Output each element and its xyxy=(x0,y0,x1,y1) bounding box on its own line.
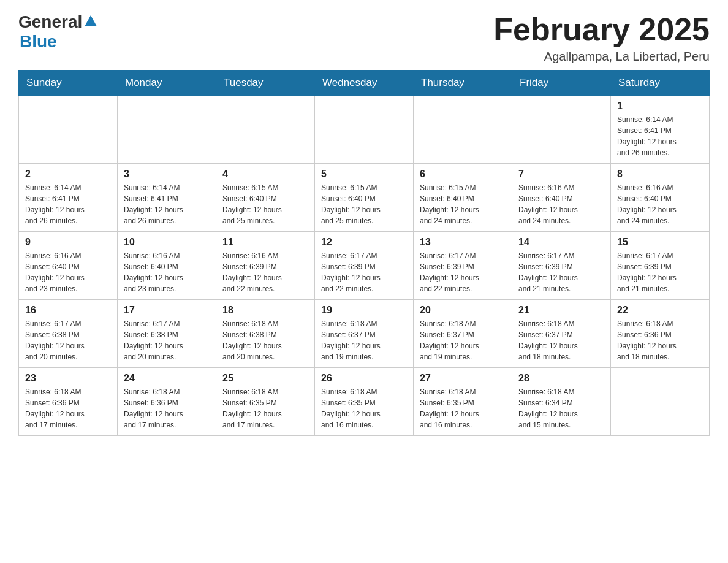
day-cell xyxy=(611,368,710,436)
day-number: 13 xyxy=(420,237,506,248)
day-info: Sunrise: 6:18 AM Sunset: 6:36 PM Dayligh… xyxy=(124,386,210,431)
day-cell: 4Sunrise: 6:15 AM Sunset: 6:40 PM Daylig… xyxy=(216,164,315,232)
day-number: 5 xyxy=(321,169,407,180)
day-cell: 5Sunrise: 6:15 AM Sunset: 6:40 PM Daylig… xyxy=(315,164,414,232)
day-number: 25 xyxy=(222,373,308,384)
day-info: Sunrise: 6:18 AM Sunset: 6:36 PM Dayligh… xyxy=(617,318,703,362)
day-info: Sunrise: 6:18 AM Sunset: 6:34 PM Dayligh… xyxy=(518,386,604,431)
day-cell: 12Sunrise: 6:17 AM Sunset: 6:39 PM Dayli… xyxy=(315,232,414,300)
day-cell xyxy=(315,96,414,164)
day-number: 3 xyxy=(124,169,210,180)
day-cell: 10Sunrise: 6:16 AM Sunset: 6:40 PM Dayli… xyxy=(118,232,216,300)
day-info: Sunrise: 6:16 AM Sunset: 6:39 PM Dayligh… xyxy=(222,250,308,294)
day-cell: 8Sunrise: 6:16 AM Sunset: 6:40 PM Daylig… xyxy=(611,164,710,232)
day-info: Sunrise: 6:17 AM Sunset: 6:38 PM Dayligh… xyxy=(25,318,111,362)
day-info: Sunrise: 6:18 AM Sunset: 6:37 PM Dayligh… xyxy=(518,318,604,362)
day-info: Sunrise: 6:15 AM Sunset: 6:40 PM Dayligh… xyxy=(420,182,506,226)
day-cell: 17Sunrise: 6:17 AM Sunset: 6:38 PM Dayli… xyxy=(118,300,216,368)
day-cell: 26Sunrise: 6:18 AM Sunset: 6:35 PM Dayli… xyxy=(315,368,414,436)
day-cell: 20Sunrise: 6:18 AM Sunset: 6:37 PM Dayli… xyxy=(414,300,512,368)
day-info: Sunrise: 6:18 AM Sunset: 6:35 PM Dayligh… xyxy=(222,386,308,431)
header-cell-tuesday: Tuesday xyxy=(216,71,315,96)
day-number: 23 xyxy=(25,373,111,384)
header-cell-thursday: Thursday xyxy=(414,71,512,96)
day-info: Sunrise: 6:18 AM Sunset: 6:37 PM Dayligh… xyxy=(420,318,506,362)
day-number: 22 xyxy=(617,305,703,316)
day-cell: 1Sunrise: 6:14 AM Sunset: 6:41 PM Daylig… xyxy=(611,96,710,164)
day-cell: 25Sunrise: 6:18 AM Sunset: 6:35 PM Dayli… xyxy=(216,368,315,436)
day-number: 6 xyxy=(420,169,506,180)
day-number: 8 xyxy=(617,169,703,180)
day-number: 16 xyxy=(25,305,111,316)
day-info: Sunrise: 6:18 AM Sunset: 6:38 PM Dayligh… xyxy=(222,318,308,362)
day-number: 27 xyxy=(420,373,506,384)
day-info: Sunrise: 6:15 AM Sunset: 6:40 PM Dayligh… xyxy=(222,182,308,226)
day-info: Sunrise: 6:17 AM Sunset: 6:38 PM Dayligh… xyxy=(124,318,210,362)
day-info: Sunrise: 6:18 AM Sunset: 6:35 PM Dayligh… xyxy=(321,386,407,431)
header-row: SundayMondayTuesdayWednesdayThursdayFrid… xyxy=(19,71,710,96)
day-cell: 14Sunrise: 6:17 AM Sunset: 6:39 PM Dayli… xyxy=(512,232,611,300)
day-info: Sunrise: 6:16 AM Sunset: 6:40 PM Dayligh… xyxy=(617,182,703,226)
day-info: Sunrise: 6:16 AM Sunset: 6:40 PM Dayligh… xyxy=(25,250,111,294)
day-number: 20 xyxy=(420,305,506,316)
title-section: February 2025 Agallpampa, La Libertad, P… xyxy=(493,12,710,64)
day-number: 26 xyxy=(321,373,407,384)
day-info: Sunrise: 6:16 AM Sunset: 6:40 PM Dayligh… xyxy=(124,250,210,294)
day-info: Sunrise: 6:18 AM Sunset: 6:36 PM Dayligh… xyxy=(25,386,111,431)
day-number: 28 xyxy=(518,373,604,384)
day-cell: 21Sunrise: 6:18 AM Sunset: 6:37 PM Dayli… xyxy=(512,300,611,368)
day-number: 24 xyxy=(124,373,210,384)
logo-container: General Blue xyxy=(18,12,97,52)
week-row-5: 23Sunrise: 6:18 AM Sunset: 6:36 PM Dayli… xyxy=(19,368,710,436)
day-info: Sunrise: 6:17 AM Sunset: 6:39 PM Dayligh… xyxy=(420,250,506,294)
day-number: 4 xyxy=(222,169,308,180)
calendar-title: February 2025 xyxy=(493,12,710,47)
day-cell: 23Sunrise: 6:18 AM Sunset: 6:36 PM Dayli… xyxy=(19,368,118,436)
day-number: 18 xyxy=(222,305,308,316)
day-cell: 16Sunrise: 6:17 AM Sunset: 6:38 PM Dayli… xyxy=(19,300,118,368)
day-number: 7 xyxy=(518,169,604,180)
header-cell-sunday: Sunday xyxy=(19,71,118,96)
page-header: General Blue February 2025 Agallpampa, L… xyxy=(18,12,710,64)
day-cell: 6Sunrise: 6:15 AM Sunset: 6:40 PM Daylig… xyxy=(414,164,512,232)
day-cell: 27Sunrise: 6:18 AM Sunset: 6:35 PM Dayli… xyxy=(414,368,512,436)
day-info: Sunrise: 6:17 AM Sunset: 6:39 PM Dayligh… xyxy=(518,250,604,294)
day-cell: 24Sunrise: 6:18 AM Sunset: 6:36 PM Dayli… xyxy=(118,368,216,436)
day-cell: 15Sunrise: 6:17 AM Sunset: 6:39 PM Dayli… xyxy=(611,232,710,300)
calendar-header: SundayMondayTuesdayWednesdayThursdayFrid… xyxy=(19,71,710,96)
week-row-1: 1Sunrise: 6:14 AM Sunset: 6:41 PM Daylig… xyxy=(19,96,710,164)
day-info: Sunrise: 6:16 AM Sunset: 6:40 PM Dayligh… xyxy=(518,182,604,226)
day-number: 10 xyxy=(124,237,210,248)
day-number: 21 xyxy=(518,305,604,316)
day-number: 9 xyxy=(25,237,111,248)
week-row-2: 2Sunrise: 6:14 AM Sunset: 6:41 PM Daylig… xyxy=(19,164,710,232)
day-cell: 7Sunrise: 6:16 AM Sunset: 6:40 PM Daylig… xyxy=(512,164,611,232)
week-row-4: 16Sunrise: 6:17 AM Sunset: 6:38 PM Dayli… xyxy=(19,300,710,368)
logo-general-text: General xyxy=(18,12,82,32)
logo-blue-text: Blue xyxy=(20,32,57,51)
day-cell: 2Sunrise: 6:14 AM Sunset: 6:41 PM Daylig… xyxy=(19,164,118,232)
day-info: Sunrise: 6:17 AM Sunset: 6:39 PM Dayligh… xyxy=(617,250,703,294)
day-info: Sunrise: 6:14 AM Sunset: 6:41 PM Dayligh… xyxy=(617,114,703,158)
calendar-subtitle: Agallpampa, La Libertad, Peru xyxy=(493,50,710,64)
header-cell-wednesday: Wednesday xyxy=(315,71,414,96)
day-cell: 11Sunrise: 6:16 AM Sunset: 6:39 PM Dayli… xyxy=(216,232,315,300)
day-info: Sunrise: 6:17 AM Sunset: 6:39 PM Dayligh… xyxy=(321,250,407,294)
header-cell-friday: Friday xyxy=(512,71,611,96)
day-info: Sunrise: 6:18 AM Sunset: 6:35 PM Dayligh… xyxy=(420,386,506,431)
day-info: Sunrise: 6:14 AM Sunset: 6:41 PM Dayligh… xyxy=(25,182,111,226)
logo-triangle-icon xyxy=(85,15,97,26)
day-cell xyxy=(19,96,118,164)
logo: General Blue xyxy=(18,12,97,52)
day-info: Sunrise: 6:15 AM Sunset: 6:40 PM Dayligh… xyxy=(321,182,407,226)
day-cell xyxy=(512,96,611,164)
day-cell: 9Sunrise: 6:16 AM Sunset: 6:40 PM Daylig… xyxy=(19,232,118,300)
day-info: Sunrise: 6:14 AM Sunset: 6:41 PM Dayligh… xyxy=(124,182,210,226)
day-cell xyxy=(118,96,216,164)
day-number: 14 xyxy=(518,237,604,248)
day-cell: 13Sunrise: 6:17 AM Sunset: 6:39 PM Dayli… xyxy=(414,232,512,300)
day-number: 11 xyxy=(222,237,308,248)
logo-row1: General xyxy=(18,12,97,32)
day-number: 12 xyxy=(321,237,407,248)
day-info: Sunrise: 6:18 AM Sunset: 6:37 PM Dayligh… xyxy=(321,318,407,362)
